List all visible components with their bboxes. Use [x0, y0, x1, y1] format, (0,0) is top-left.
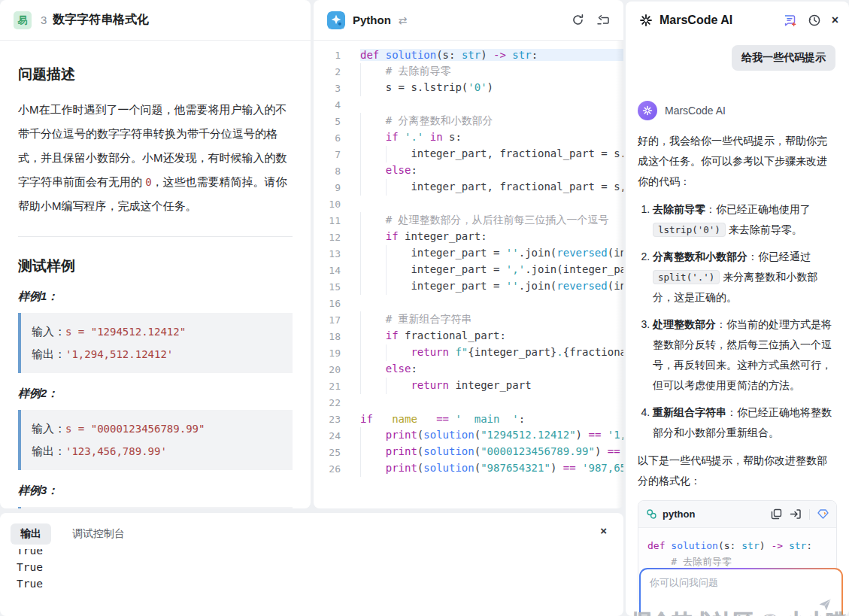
indent-guide: [360, 278, 386, 295]
indent-guide: [360, 427, 386, 444]
token: # 处理整数部分，从后往前每三位插入一个逗号: [386, 214, 609, 226]
indent-guide: [360, 146, 386, 162]
token: .join(: [519, 247, 557, 259]
indent-guide: [386, 245, 411, 262]
line-number: 16: [314, 298, 360, 309]
token: if: [386, 329, 399, 341]
token: return: [411, 379, 449, 391]
line-number: 2: [314, 66, 360, 77]
code-text: print(solution("1294512.12412") == '1,2: [360, 427, 623, 444]
token: solution: [423, 445, 474, 457]
indent-guide: [360, 245, 386, 262]
token: ->: [493, 49, 506, 61]
code-text: integer_part = ''.join(reversed(int: [360, 245, 623, 262]
indent-guide: [360, 162, 386, 179]
token: (: [475, 429, 481, 441]
assistant-close-icon[interactable]: ×: [832, 14, 838, 27]
console-output-line: True: [17, 559, 623, 575]
refresh-code-button[interactable]: [572, 14, 584, 26]
code-line: 4: [314, 96, 623, 113]
token: :: [532, 49, 538, 61]
code-line: 18if fractional_part:: [314, 328, 623, 344]
code-text: if '.' in s:: [360, 129, 623, 146]
token: # 分离整数和小数部分: [386, 114, 493, 126]
tab-output[interactable]: 输出: [11, 523, 51, 545]
line-number: 4: [314, 99, 360, 111]
console-output-line: True: [17, 549, 623, 559]
line-number: 11: [314, 215, 360, 226]
token: .join(: [519, 280, 557, 292]
history-button[interactable]: [808, 14, 821, 27]
sample-input-row: 输入：s = "0000123456789.99": [32, 417, 282, 440]
code-line: 22: [314, 394, 623, 411]
token: solution: [423, 462, 474, 474]
token: :: [519, 413, 525, 425]
indent-guide: [386, 278, 411, 295]
indent-guide: [360, 179, 386, 196]
indent-guide: [360, 113, 386, 129]
description-heading: 问题描述: [18, 65, 293, 84]
code-text: return integer_part: [360, 378, 623, 394]
python-env-icon: [327, 11, 345, 29]
token: .: [556, 346, 562, 358]
token: solution: [423, 429, 474, 441]
code-text: return f"{integer_part}.{fractional: [360, 344, 623, 361]
line-number: 7: [314, 149, 360, 160]
sample-title: 样例3：: [18, 484, 293, 498]
line-number: 8: [314, 165, 360, 177]
console-close-icon[interactable]: ×: [600, 525, 607, 536]
language-label: Python: [353, 14, 391, 26]
user-message-bubble: 给我一些代码提示: [732, 45, 835, 71]
output-label: 输出：: [32, 445, 65, 457]
tab-debug-console[interactable]: 调试控制台: [72, 527, 125, 541]
code-line: 8else:: [314, 162, 623, 179]
token: str: [512, 49, 531, 61]
step-item: 分离整数和小数部分：你已经通过 split('.') 来分离整数和小数部分，这是…: [653, 247, 837, 308]
indent-guide: [360, 129, 386, 146]
refresh-icon: [572, 14, 584, 26]
token: __name__: [379, 413, 429, 425]
chat-input[interactable]: 你可以问我问题: [641, 569, 841, 616]
bot-outro: 以下是一些代码提示，帮助你改进整数部分的格式化：: [638, 451, 837, 491]
line-number: 18: [314, 331, 360, 342]
line-number: 14: [314, 265, 360, 276]
token: ==: [436, 413, 449, 425]
step-title: 分离整数和小数部分: [653, 250, 747, 262]
problem-content: 问题描述 小M在工作时遇到了一个问题，他需要将用户输入的不带千分位逗号的数字字符…: [0, 41, 311, 508]
line-number: 19: [314, 347, 360, 359]
send-icon: [817, 596, 832, 611]
insert-code-button[interactable]: [790, 508, 802, 520]
line-number: 15: [314, 281, 360, 293]
samples-heading: 测试样例: [18, 256, 293, 276]
code-line: 14integer_part = ','.join(integer_par: [314, 262, 623, 278]
token: :: [806, 540, 812, 551]
sample-box: 输入：s = "0000123456789.99"输出：'123,456,789…: [18, 410, 293, 470]
revert-code-button[interactable]: [596, 14, 610, 26]
token: integer_part, fractional_part = s,: [411, 181, 623, 193]
switch-language-icon[interactable]: ⇄: [399, 14, 408, 26]
send-button[interactable]: [817, 596, 832, 614]
step-item: 处理整数部分：你当前的处理方式是将整数部分反转，然后每三位插入一个逗号，再反转回…: [653, 314, 837, 396]
token: else: [386, 164, 411, 176]
indent-guide: [360, 229, 386, 245]
code-text: else:: [360, 361, 623, 378]
code-line: 19return f"{integer_part}.{fractional: [314, 344, 623, 361]
output-value: '123,456,789.99': [65, 445, 167, 457]
token: '1,2: [608, 429, 623, 441]
token: [783, 540, 789, 551]
token: ): [487, 81, 493, 93]
code-card-language: python: [663, 504, 695, 524]
code-editor[interactable]: 1def solution(s: str) -> str:2# 去除前导零3s …: [314, 41, 623, 477]
token: (s:: [436, 49, 462, 61]
code-line: 13integer_part = ''.join(reversed(int: [314, 245, 623, 262]
code-line: 17# 重新组合字符串: [314, 311, 623, 328]
new-chat-button[interactable]: [783, 14, 797, 28]
marscode-logo-icon: [639, 14, 653, 27]
code-text: print(solution("987654321") == '987,654: [360, 460, 623, 477]
line-number: 24: [314, 430, 360, 442]
inline-code-zero: 0: [145, 176, 151, 188]
code-text: integer_part = ''.join(reversed(int: [360, 278, 623, 295]
line-number: 17: [314, 314, 360, 326]
ai-improve-button[interactable]: [817, 508, 829, 520]
copy-code-button[interactable]: [771, 508, 782, 520]
